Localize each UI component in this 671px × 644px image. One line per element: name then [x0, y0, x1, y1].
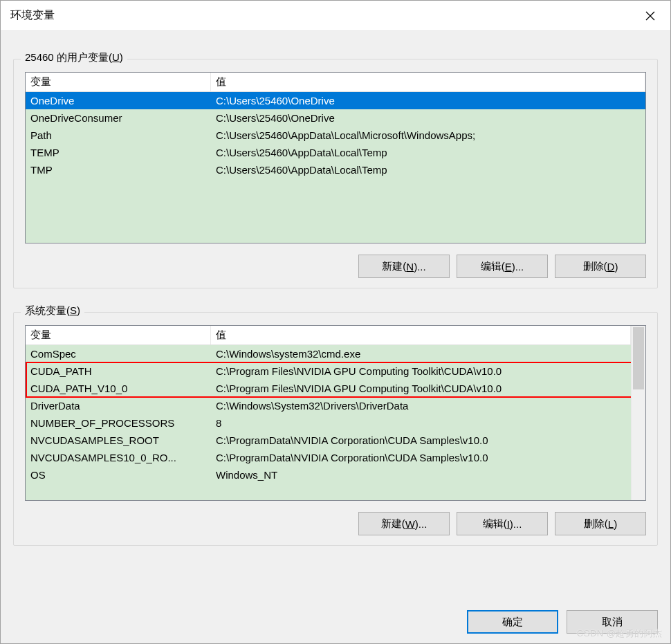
dialog-footer: 确定 取消: [13, 610, 658, 634]
table-row[interactable]: OneDriveConsumerC:\Users\25460\OneDrive: [26, 109, 645, 127]
table-row[interactable]: TEMPC:\Users\25460\AppData\Local\Temp: [26, 144, 645, 161]
ok-button[interactable]: 确定: [467, 610, 558, 634]
cell-value: C:\Program Files\NVIDIA GPU Computing To…: [211, 364, 631, 378]
table-row[interactable]: CUDA_PATH_V10_0C:\Program Files\NVIDIA G…: [26, 380, 631, 397]
cell-variable: CUDA_PATH: [26, 364, 211, 378]
cancel-button[interactable]: 取消: [567, 610, 658, 634]
cell-value: C:\Windows\system32\cmd.exe: [211, 347, 631, 361]
cell-value: C:\ProgramData\NVIDIA Corporation\CUDA S…: [211, 450, 631, 465]
titlebar: 环境变量: [1, 1, 670, 31]
cell-value: Windows_NT: [211, 468, 631, 482]
sys-delete-button[interactable]: 删除(L): [555, 512, 646, 535]
sys-scrollbar[interactable]: [631, 326, 645, 500]
cell-variable: NVCUDASAMPLES_ROOT: [26, 433, 211, 448]
user-delete-button[interactable]: 删除(D): [555, 255, 646, 278]
cell-value: C:\Users\25460\AppData\Local\Temp: [211, 163, 645, 177]
cell-variable: CUDA_PATH_V10_0: [26, 381, 211, 396]
col-header-value[interactable]: 值: [211, 326, 631, 344]
scroll-thumb[interactable]: [633, 327, 644, 389]
user-vars-legend: 25460 的用户变量(U): [21, 51, 127, 64]
sys-vars-legend: 系统变量(S): [21, 304, 84, 318]
table-row[interactable]: TMPC:\Users\25460\AppData\Local\Temp: [26, 161, 645, 178]
env-vars-dialog: 环境变量 25460 的用户变量(U) 变量 值 OneDriveC:\User…: [0, 0, 671, 644]
user-new-button[interactable]: 新建(N)...: [358, 255, 450, 278]
cell-variable: TEMP: [26, 145, 211, 160]
sys-vars-list[interactable]: 变量 值 ComSpecC:\Windows\system32\cmd.exeC…: [25, 325, 646, 501]
table-row[interactable]: OneDriveC:\Users\25460\OneDrive: [26, 92, 645, 109]
table-row[interactable]: PathC:\Users\25460\AppData\Local\Microso…: [26, 127, 645, 144]
table-row[interactable]: NVCUDASAMPLES10_0_RO...C:\ProgramData\NV…: [26, 449, 631, 466]
user-vars-group: 25460 的用户变量(U) 变量 值 OneDriveC:\Users\254…: [13, 59, 658, 288]
cell-value: C:\Windows\System32\Drivers\DriverData: [211, 398, 631, 413]
cell-variable: TMP: [26, 163, 211, 177]
user-rows-container: OneDriveC:\Users\25460\OneDriveOneDriveC…: [26, 92, 645, 243]
cell-value: C:\Users\25460\OneDrive: [211, 93, 645, 108]
table-row[interactable]: ComSpecC:\Windows\system32\cmd.exe: [26, 345, 631, 362]
sys-vars-buttons: 新建(W)... 编辑(I)... 删除(L): [25, 512, 646, 535]
col-header-variable[interactable]: 变量: [26, 73, 211, 91]
cell-value: C:\ProgramData\NVIDIA Corporation\CUDA S…: [211, 433, 631, 448]
user-vars-list[interactable]: 变量 值 OneDriveC:\Users\25460\OneDriveOneD…: [25, 72, 646, 243]
cell-value: C:\Program Files\NVIDIA GPU Computing To…: [211, 381, 631, 396]
cell-variable: OneDrive: [26, 93, 211, 108]
close-icon: [645, 11, 655, 21]
close-button[interactable]: [630, 1, 670, 31]
col-header-variable[interactable]: 变量: [26, 326, 211, 344]
user-vars-buttons: 新建(N)... 编辑(E)... 删除(D): [25, 255, 646, 278]
cell-value: C:\Users\25460\AppData\Local\Microsoft\W…: [211, 128, 645, 142]
sys-rows-container: ComSpecC:\Windows\system32\cmd.exeCUDA_P…: [26, 345, 631, 500]
cell-value: C:\Users\25460\AppData\Local\Temp: [211, 145, 645, 160]
sys-new-button[interactable]: 新建(W)...: [358, 512, 450, 535]
cell-value: 8: [211, 416, 631, 430]
cell-variable: ComSpec: [26, 347, 211, 361]
sys-vars-group: 系统变量(S) 变量 值 ComSpecC:\Windows\system32\…: [13, 312, 658, 546]
table-row[interactable]: NVCUDASAMPLES_ROOTC:\ProgramData\NVIDIA …: [26, 432, 631, 449]
cell-variable: NVCUDASAMPLES10_0_RO...: [26, 450, 211, 465]
cell-value: C:\Users\25460\OneDrive: [211, 111, 645, 125]
col-header-value[interactable]: 值: [211, 73, 645, 91]
user-list-header: 变量 值: [26, 73, 645, 92]
window-title: 环境变量: [10, 8, 630, 23]
table-row[interactable]: OSWindows_NT: [26, 466, 631, 484]
sys-edit-button[interactable]: 编辑(I)...: [457, 512, 548, 535]
cell-variable: DriverData: [26, 398, 211, 413]
dialog-body: 25460 的用户变量(U) 变量 值 OneDriveC:\Users\254…: [1, 31, 670, 643]
cell-variable: NUMBER_OF_PROCESSORS: [26, 416, 211, 430]
sys-list-header: 变量 值: [26, 326, 631, 345]
cell-variable: OS: [26, 468, 211, 482]
cell-variable: OneDriveConsumer: [26, 111, 211, 125]
user-edit-button[interactable]: 编辑(E)...: [457, 255, 548, 278]
table-row[interactable]: DriverDataC:\Windows\System32\Drivers\Dr…: [26, 397, 631, 414]
table-row[interactable]: CUDA_PATHC:\Program Files\NVIDIA GPU Com…: [26, 362, 631, 380]
table-row[interactable]: NUMBER_OF_PROCESSORS8: [26, 414, 631, 432]
cell-variable: Path: [26, 128, 211, 142]
